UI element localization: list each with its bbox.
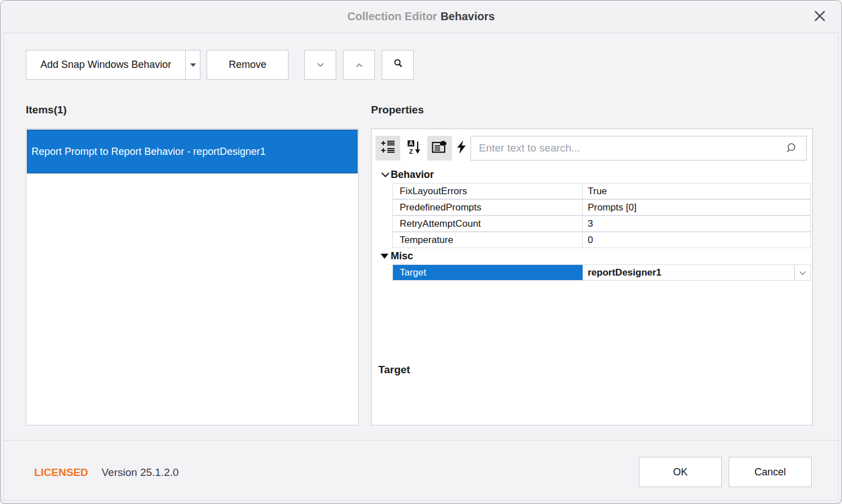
- property-row[interactable]: FixLayoutErrors True: [392, 183, 811, 199]
- property-name[interactable]: Target: [393, 265, 583, 280]
- titlebar: Collection Editor Behaviors: [1, 1, 841, 33]
- add-behavior-button-label[interactable]: Add Snap Windows Behavior: [26, 51, 185, 79]
- footer-divider: [4, 440, 838, 441]
- collection-editor-dialog: Collection Editor Behaviors Add Snap Win…: [0, 0, 842, 504]
- ok-button[interactable]: OK: [639, 457, 722, 487]
- chevron-down-icon: [316, 59, 325, 71]
- svg-text:A: A: [409, 140, 413, 146]
- property-name[interactable]: FixLayoutErrors: [393, 184, 583, 199]
- events-button[interactable]: [453, 136, 470, 161]
- collapse-triangle-icon: [372, 254, 391, 259]
- dropdown-arrow-icon: [190, 63, 196, 67]
- move-down-button[interactable]: [304, 50, 336, 80]
- category-label: Misc: [391, 250, 413, 262]
- property-search-input[interactable]: [471, 136, 806, 160]
- property-row[interactable]: RetryAttemptCount 3: [392, 216, 811, 232]
- category-misc[interactable]: Misc: [372, 248, 812, 264]
- items-listbox[interactable]: Report Prompt to Report Behavior - repor…: [26, 129, 359, 425]
- search-icon: [786, 142, 799, 158]
- property-description-title: Target: [378, 364, 410, 376]
- property-name[interactable]: PredefinedPrompts: [393, 200, 583, 215]
- list-item[interactable]: Report Prompt to Report Behavior - repor…: [27, 130, 358, 173]
- category-behavior[interactable]: Behavior: [372, 167, 812, 183]
- property-row[interactable]: PredefinedPrompts Prompts [0]: [392, 199, 811, 216]
- close-button[interactable]: [810, 8, 829, 27]
- property-row[interactable]: Temperature 0: [392, 232, 811, 248]
- move-up-button[interactable]: [343, 50, 375, 80]
- alphabetical-sort-button[interactable]: A Z: [401, 136, 426, 161]
- properties-header: Properties: [371, 104, 424, 116]
- property-value[interactable]: 3: [583, 216, 811, 231]
- az-sort-icon: A Z: [406, 140, 421, 157]
- property-value[interactable]: True: [583, 184, 811, 199]
- collapse-chevron-icon: [372, 172, 391, 178]
- cancel-button[interactable]: Cancel: [729, 457, 812, 487]
- items-header: Items(1): [26, 104, 67, 116]
- property-pages-button[interactable]: [427, 136, 452, 161]
- property-value[interactable]: reportDesigner1: [583, 265, 794, 280]
- property-grid-toolbar: A Z: [376, 135, 471, 161]
- lightning-icon: [455, 140, 468, 157]
- remove-button[interactable]: Remove: [207, 50, 289, 80]
- close-icon: [813, 10, 826, 25]
- svg-text:Z: Z: [409, 148, 413, 154]
- search-icon: [393, 58, 403, 71]
- property-name[interactable]: RetryAttemptCount: [393, 216, 583, 231]
- property-grid: A Z: [371, 129, 813, 425]
- target-dropdown-button[interactable]: [794, 265, 811, 280]
- chevron-up-icon: [355, 59, 364, 71]
- property-search-box: [470, 136, 807, 161]
- page-title: Behaviors: [441, 10, 495, 23]
- chevron-down-icon: [799, 267, 807, 278]
- add-behavior-split-button[interactable]: Add Snap Windows Behavior: [26, 50, 200, 80]
- add-behavior-dropdown[interactable]: [185, 51, 200, 79]
- licensed-badge: LICENSED: [34, 466, 88, 479]
- category-label: Behavior: [391, 169, 434, 181]
- property-value[interactable]: 0: [583, 232, 811, 248]
- property-name[interactable]: Temperature: [393, 232, 583, 248]
- property-pages-icon: [432, 140, 447, 157]
- title-prefix: Collection Editor: [347, 10, 437, 23]
- property-value[interactable]: Prompts [0]: [583, 200, 811, 215]
- find-button[interactable]: [382, 50, 414, 80]
- categorized-icon: [381, 140, 395, 157]
- property-row-target[interactable]: Target reportDesigner1: [392, 264, 811, 281]
- version-label: Version 25.1.2.0: [102, 466, 179, 479]
- categorized-view-button[interactable]: [376, 136, 400, 161]
